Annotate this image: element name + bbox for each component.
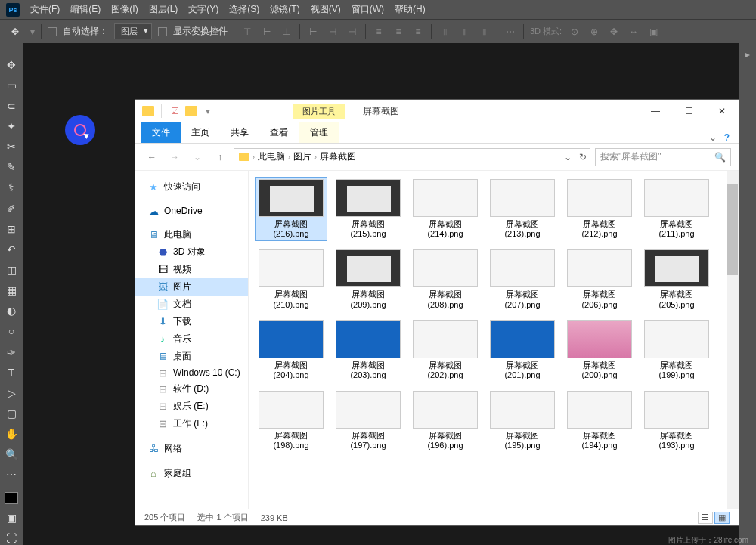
view-thumbnails-button[interactable]: ▦ xyxy=(714,512,730,524)
menu-window[interactable]: 窗口(W) xyxy=(352,3,384,16)
distribute-2-icon[interactable]: ≡ xyxy=(392,25,405,39)
nav-forward-button[interactable]: → xyxy=(166,148,184,166)
file-item[interactable]: 屏幕截图 (202).png xyxy=(409,318,482,382)
align-top-icon[interactable]: ⊤ xyxy=(240,25,254,39)
panel-collapse-icon[interactable]: ▸ xyxy=(742,49,754,61)
nav-network[interactable]: 🖧网络 xyxy=(135,440,248,457)
nav-drive-d[interactable]: ⊟软件 (D:) xyxy=(135,380,248,398)
minimize-button[interactable]: — xyxy=(639,100,672,122)
breadcrumb-root[interactable]: 此电脑 xyxy=(258,150,285,163)
file-item[interactable]: 屏幕截图 (214).png xyxy=(409,177,482,241)
distribute-5-icon[interactable]: ⫴ xyxy=(457,25,471,39)
file-item[interactable]: 屏幕截图 (207).png xyxy=(486,247,559,311)
menu-image[interactable]: 图像(I) xyxy=(111,3,138,16)
file-item[interactable]: 屏幕截图 (208).png xyxy=(409,247,482,311)
menu-type[interactable]: 文字(Y) xyxy=(188,3,218,16)
nav-back-button[interactable]: ← xyxy=(143,148,161,166)
nav-drive-c[interactable]: ⊟Windows 10 (C:) xyxy=(135,365,248,380)
menu-select[interactable]: 选择(S) xyxy=(229,3,259,16)
menu-filter[interactable]: 滤镜(T) xyxy=(270,3,299,16)
explorer-content[interactable]: 屏幕截图 (216).png屏幕截图 (215).png屏幕截图 (214).p… xyxy=(249,171,739,509)
nav-onedrive[interactable]: ☁OneDrive xyxy=(135,203,248,218)
menu-help[interactable]: 帮助(H) xyxy=(395,3,426,16)
type-tool[interactable]: T xyxy=(2,366,20,379)
address-dropdown-icon[interactable]: ⌄ xyxy=(564,152,572,163)
nav-pictures[interactable]: 🖼图片 xyxy=(135,278,248,296)
lasso-tool[interactable]: ⊂ xyxy=(2,99,20,112)
3d-pan-icon[interactable]: ✥ xyxy=(607,25,621,39)
file-item[interactable]: 屏幕截图 (199).png xyxy=(640,318,713,382)
auto-select-checkbox[interactable] xyxy=(48,27,57,36)
scrollbar[interactable] xyxy=(727,171,739,509)
distribute-1-icon[interactable]: ≡ xyxy=(372,25,386,39)
eyedropper-tool[interactable]: ✎ xyxy=(2,161,20,174)
3d-camera-icon[interactable]: ▣ xyxy=(646,25,660,39)
nav-up-button[interactable]: ↑ xyxy=(211,148,229,166)
file-item[interactable]: 屏幕截图 (212).png xyxy=(563,177,636,241)
nav-drive-e[interactable]: ⊟娱乐 (E:) xyxy=(135,398,248,415)
nav-documents[interactable]: 📄文档 xyxy=(135,296,248,313)
menu-layer[interactable]: 图层(L) xyxy=(149,3,178,16)
nav-quick-access[interactable]: ★快速访问 xyxy=(135,178,248,196)
layer-select[interactable]: 图层 xyxy=(114,23,152,39)
distribute-3-icon[interactable]: ≡ xyxy=(411,25,425,39)
file-item[interactable]: 屏幕截图 (197).png xyxy=(332,389,404,453)
align-left-icon[interactable]: ⊢ xyxy=(306,25,320,39)
wand-tool[interactable]: ✦ xyxy=(2,119,20,132)
nav-drive-f[interactable]: ⊟工作 (F:) xyxy=(135,415,248,432)
ribbon-expand-icon[interactable]: ⌄ xyxy=(709,132,717,143)
ribbon-view[interactable]: 查看 xyxy=(259,122,299,143)
hand-tool[interactable]: ✋ xyxy=(2,428,20,441)
align-bottom-icon[interactable]: ⊥ xyxy=(280,25,293,39)
file-item[interactable]: 屏幕截图 (196).png xyxy=(409,389,482,453)
align-right-icon[interactable]: ⊣ xyxy=(345,25,359,39)
explorer-titlebar[interactable]: ☑ ▾ 图片工具 屏幕截图 — ☐ ✕ xyxy=(135,100,739,122)
scrollbar-thumb[interactable] xyxy=(727,184,738,275)
gradient-tool[interactable]: ▦ xyxy=(2,284,20,297)
refresh-icon[interactable]: ↻ xyxy=(579,152,587,163)
file-item[interactable]: 屏幕截图 (209).png xyxy=(332,247,404,311)
breadcrumb-pictures[interactable]: 图片 xyxy=(293,150,311,163)
file-item[interactable]: 屏幕截图 (216).png xyxy=(255,177,327,241)
blur-tool[interactable]: ◐ xyxy=(2,305,20,317)
path-tool[interactable]: ▷ xyxy=(2,386,20,399)
ribbon-share[interactable]: 共享 xyxy=(220,122,259,143)
nav-this-pc[interactable]: 🖥此电脑 xyxy=(135,226,248,243)
file-item[interactable]: 屏幕截图 (194).png xyxy=(563,389,636,453)
dodge-tool[interactable]: ○ xyxy=(2,325,20,338)
file-item[interactable]: 屏幕截图 (201).png xyxy=(486,318,559,382)
nav-desktop[interactable]: 🖥桌面 xyxy=(135,348,248,365)
marquee-tool[interactable]: ▭ xyxy=(2,79,20,91)
file-item[interactable]: 屏幕截图 (213).png xyxy=(486,177,559,241)
qat-properties-icon[interactable]: ☑ xyxy=(168,104,181,118)
nav-downloads[interactable]: ⬇下载 xyxy=(135,313,248,330)
file-item[interactable]: 屏幕截图 (206).png xyxy=(563,247,636,311)
file-item[interactable]: 屏幕截图 (215).png xyxy=(332,177,404,241)
transform-checkbox[interactable] xyxy=(158,27,167,36)
ribbon-home[interactable]: 主页 xyxy=(181,122,220,143)
nav-homegroup[interactable]: ⌂家庭组 xyxy=(135,465,248,482)
screen-mode[interactable]: ⛶ xyxy=(2,532,20,545)
menu-view[interactable]: 视图(V) xyxy=(311,3,341,16)
nav-music[interactable]: ♪音乐 xyxy=(135,330,248,348)
qat-dropdown-icon[interactable]: ▾ xyxy=(201,104,215,118)
quick-mask[interactable]: ▣ xyxy=(2,512,20,525)
breadcrumb-leaf[interactable]: 屏幕截图 xyxy=(320,150,356,163)
3d-slide-icon[interactable]: ↔ xyxy=(627,25,640,39)
heal-tool[interactable]: ⚕ xyxy=(2,181,20,194)
pen-tool[interactable]: ✑ xyxy=(2,345,20,358)
move-tool[interactable]: ✥ xyxy=(2,58,20,71)
menu-edit[interactable]: 编辑(E) xyxy=(70,3,101,16)
file-item[interactable]: 屏幕截图 (195).png xyxy=(486,389,559,453)
close-button[interactable]: ✕ xyxy=(705,100,739,122)
help-icon[interactable]: ? xyxy=(724,132,730,143)
file-item[interactable]: 屏幕截图 (193).png xyxy=(640,389,713,453)
brush-tool[interactable]: ✐ xyxy=(2,202,20,215)
ribbon-manage[interactable]: 管理 xyxy=(299,122,339,143)
stamp-tool[interactable]: ⊞ xyxy=(2,222,20,235)
move-tool-icon[interactable]: ✥ xyxy=(6,26,24,37)
zoom-tool[interactable]: 🔍 xyxy=(2,448,20,461)
eraser-tool[interactable]: ◫ xyxy=(2,263,20,276)
search-input[interactable]: 搜索"屏幕截图" 🔍 xyxy=(595,148,731,166)
history-brush-tool[interactable]: ↶ xyxy=(2,243,20,255)
